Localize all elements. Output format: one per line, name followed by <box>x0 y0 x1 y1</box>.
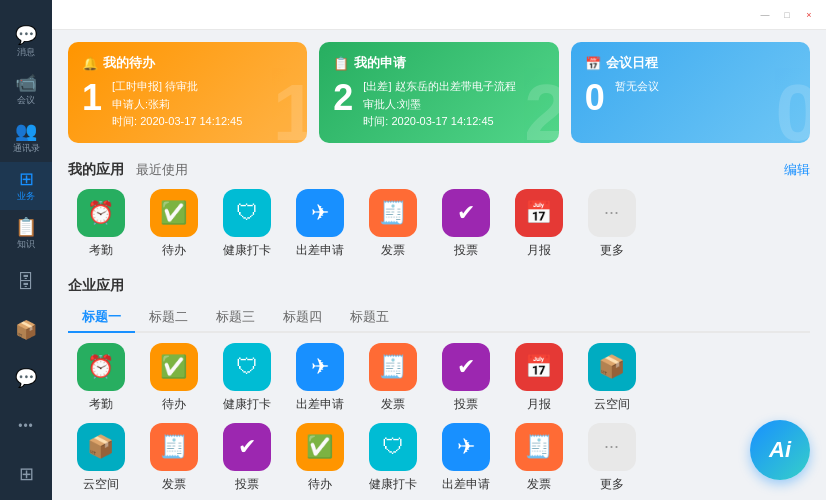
knowledge-label: 知识 <box>17 238 35 251</box>
main-content: — □ × 🔔 我的待办 1 [工时申报] 待审批 申请人:张莉 时间: 202… <box>52 0 826 500</box>
business-icon: ⊞ <box>19 170 34 188</box>
app-icon-cloud2: 📦 <box>77 423 125 471</box>
app-item-monthly[interactable]: 📅 月报 <box>506 189 571 259</box>
app-item-attendance[interactable]: ⏰ 考勤 <box>68 189 133 259</box>
app-item-attendance2[interactable]: ⏰ 考勤 <box>68 343 133 413</box>
enterprise-tab-2[interactable]: 标题三 <box>202 303 269 333</box>
sidebar-item-meetings[interactable]: 📹 会议 <box>0 66 52 114</box>
enterprise-section: 企业应用 标题一标题二标题三标题四标题五 ⏰ 考勤 ✅ 待办 🛡 健康打卡 ✈ … <box>52 269 826 493</box>
ai-label: Ai <box>769 437 791 463</box>
app-item-monthly2[interactable]: 📅 月报 <box>506 343 571 413</box>
app-label-invoice4: 发票 <box>527 476 551 493</box>
card-todo-line1: [工时申报] 待审批 <box>112 78 242 96</box>
card-cal-title: 📅 会议日程 <box>585 54 796 72</box>
app-label-vote3: 投票 <box>235 476 259 493</box>
app-item-invoice3[interactable]: 🧾 发票 <box>141 423 206 493</box>
card-todo[interactable]: 🔔 我的待办 1 [工时申报] 待审批 申请人:张莉 时间: 2020-03-1… <box>68 42 307 143</box>
app-label-monthly2: 月报 <box>527 396 551 413</box>
messages-label: 消息 <box>17 46 35 59</box>
app-item-business_trip[interactable]: ✈ 出差申请 <box>287 189 352 259</box>
enterprise-tab-3[interactable]: 标题四 <box>269 303 336 333</box>
calendar-icon: 📅 <box>585 56 601 71</box>
app-icon-vote2: ✔ <box>442 343 490 391</box>
grid2-icon: ⊞ <box>19 465 34 483</box>
enterprise-tab-1[interactable]: 标题二 <box>135 303 202 333</box>
app-item-trip2[interactable]: ✈ 出差申请 <box>287 343 352 413</box>
card-app-line2: 审批人:刘墨 <box>363 96 515 114</box>
card-cal-bg-num: 0 <box>775 73 810 143</box>
card-cal-line1: 暂无会议 <box>615 78 659 96</box>
app-label-todo2: 待办 <box>162 396 186 413</box>
app-label-more2: 更多 <box>600 476 624 493</box>
sidebar-item-chat2[interactable]: 💬 <box>0 354 52 402</box>
sidebar-item-box[interactable]: 📦 <box>0 306 52 354</box>
app-label-health3: 健康打卡 <box>369 476 417 493</box>
sidebar-item-storage[interactable]: 🗄 <box>0 258 52 306</box>
app-icon-todo3: ✅ <box>296 423 344 471</box>
card-app-line3: 时间: 2020-03-17 14:12:45 <box>363 113 515 131</box>
app-item-health2[interactable]: 🛡 健康打卡 <box>214 343 279 413</box>
app-item-invoice4[interactable]: 🧾 发票 <box>506 423 571 493</box>
card-app-number: 2 <box>333 80 353 116</box>
enterprise-tab-0[interactable]: 标题一 <box>68 303 135 333</box>
clipboard-icon: 📋 <box>333 56 349 71</box>
app-icon-invoice2: 🧾 <box>369 343 417 391</box>
more-icon: ··· <box>588 189 636 237</box>
card-todo-info: [工时申报] 待审批 申请人:张莉 时间: 2020-03-17 14:12:4… <box>112 78 242 131</box>
app-label-vote2: 投票 <box>454 396 478 413</box>
app-item-health3[interactable]: 🛡 健康打卡 <box>360 423 425 493</box>
enterprise-tab-4[interactable]: 标题五 <box>336 303 403 333</box>
contacts-label: 通讯录 <box>13 142 40 155</box>
app-icon-cloud: 📦 <box>588 343 636 391</box>
app-item-todo3[interactable]: ✅ 待办 <box>287 423 352 493</box>
app-icon-attendance2: ⏰ <box>77 343 125 391</box>
sidebar: 💬 消息 📹 会议 👥 通讯录 ⊞ 业务 📋 知识 🗄 📦 💬 ••• ⊞ <box>0 0 52 500</box>
app-item-cloud[interactable]: 📦 云空间 <box>579 343 644 413</box>
sidebar-item-messages[interactable]: 💬 消息 <box>0 18 52 66</box>
app-item-vote3[interactable]: ✔ 投票 <box>214 423 279 493</box>
app-icon-invoice4: 🧾 <box>515 423 563 471</box>
card-application[interactable]: 📋 我的申请 2 [出差] 赵东岳的出差带电子流程 审批人:刘墨 时间: 202… <box>319 42 558 143</box>
more-icon: ··· <box>588 423 636 471</box>
chat2-icon: 💬 <box>15 369 37 387</box>
edit-button[interactable]: 编辑 <box>784 161 810 179</box>
app-item-vote2[interactable]: ✔ 投票 <box>433 343 498 413</box>
my-apps-grid: ⏰ 考勤 ✅ 待办 🛡 健康打卡 ✈ 出差申请 🧾 发票 ✔ 投票 📅 月报 <box>68 189 810 259</box>
scrollable-area: 🔔 我的待办 1 [工时申报] 待审批 申请人:张莉 时间: 2020-03-1… <box>52 30 826 500</box>
app-item-cloud2[interactable]: 📦 云空间 <box>68 423 133 493</box>
close-button[interactable]: × <box>802 8 816 22</box>
card-calendar[interactable]: 📅 会议日程 0 暂无会议 0 <box>571 42 810 143</box>
app-item-invoice2[interactable]: 🧾 发票 <box>360 343 425 413</box>
app-item-vote[interactable]: ✔ 投票 <box>433 189 498 259</box>
card-app-info: [出差] 赵东岳的出差带电子流程 审批人:刘墨 时间: 2020-03-17 1… <box>363 78 515 131</box>
app-label-health: 健康打卡 <box>223 242 271 259</box>
app-item-todo2[interactable]: ✅ 待办 <box>141 343 206 413</box>
maximize-button[interactable]: □ <box>780 8 794 22</box>
app-icon-business_trip: ✈ <box>296 189 344 237</box>
app-label-cloud2: 云空间 <box>83 476 119 493</box>
minimize-button[interactable]: — <box>758 8 772 22</box>
app-label-more: 更多 <box>600 242 624 259</box>
app-item-trip3[interactable]: ✈ 出差申请 <box>433 423 498 493</box>
app-item-invoice[interactable]: 🧾 发票 <box>360 189 425 259</box>
app-label-cloud: 云空间 <box>594 396 630 413</box>
meetings-icon: 📹 <box>15 74 37 92</box>
my-apps-title-row: 我的应用 最近使用 <box>68 161 188 179</box>
app-icon-health3: 🛡 <box>369 423 417 471</box>
sidebar-item-contacts[interactable]: 👥 通讯录 <box>0 114 52 162</box>
sidebar-item-grid2[interactable]: ⊞ <box>0 450 52 498</box>
ai-badge[interactable]: Ai <box>750 420 810 480</box>
recent-label[interactable]: 最近使用 <box>136 161 188 179</box>
card-app-bg-num: 2 <box>524 73 559 143</box>
app-item-health[interactable]: 🛡 健康打卡 <box>214 189 279 259</box>
app-icon-health2: 🛡 <box>223 343 271 391</box>
app-item-todo_app[interactable]: ✅ 待办 <box>141 189 206 259</box>
sidebar-item-more2[interactable]: ••• <box>0 402 52 450</box>
sidebar-item-knowledge[interactable]: 📋 知识 <box>0 210 52 258</box>
app-item-more[interactable]: ··· 更多 <box>579 189 644 259</box>
sidebar-item-business[interactable]: ⊞ 业务 <box>0 162 52 210</box>
app-icon-invoice: 🧾 <box>369 189 417 237</box>
app-label-invoice3: 发票 <box>162 476 186 493</box>
app-label-attendance2: 考勤 <box>89 396 113 413</box>
app-item-more2[interactable]: ··· 更多 <box>579 423 644 493</box>
